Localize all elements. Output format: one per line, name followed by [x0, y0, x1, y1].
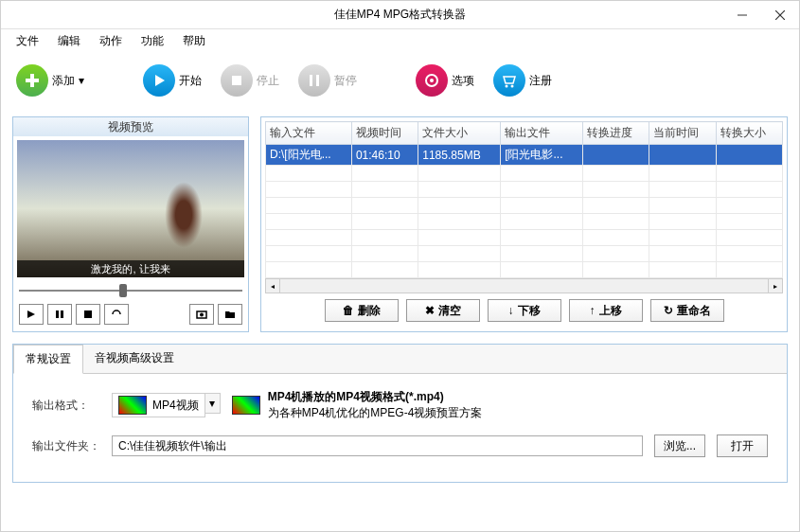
- folder-button[interactable]: [218, 304, 242, 325]
- move-down-button[interactable]: ↓下移: [488, 299, 561, 322]
- svg-point-18: [200, 313, 204, 317]
- titlebar: 佳佳MP4 MPG格式转换器: [1, 1, 799, 29]
- seek-slider[interactable]: [13, 281, 248, 300]
- file-table[interactable]: 输入文件 视频时间 文件大小 输出文件 转换进度 当前时间 转换大小 D:\[阳…: [265, 121, 783, 278]
- col-curtime[interactable]: 当前时间: [649, 122, 716, 145]
- preview-stop-button[interactable]: [76, 304, 100, 325]
- move-up-button[interactable]: ↑上移: [569, 299, 643, 322]
- open-folder-button[interactable]: 打开: [717, 434, 768, 457]
- format-title: MP4机播放的MP4视频格式(*.mp4): [268, 389, 483, 405]
- table-row[interactable]: [266, 246, 783, 262]
- scroll-left-icon[interactable]: ◂: [265, 278, 280, 293]
- table-row[interactable]: [266, 182, 783, 198]
- arrow-down-icon: ↓: [508, 304, 514, 317]
- refresh-icon: ↻: [664, 304, 673, 317]
- pause-icon: [298, 64, 330, 97]
- format-selector[interactable]: MP4视频: [112, 393, 205, 417]
- preview-pause-button[interactable]: [47, 304, 72, 325]
- col-input[interactable]: 输入文件: [266, 122, 352, 145]
- output-folder-input[interactable]: [112, 435, 643, 456]
- format-dropdown-button[interactable]: ▾: [205, 393, 221, 414]
- menu-action[interactable]: 动作: [92, 31, 130, 51]
- svg-marker-13: [27, 310, 35, 318]
- cart-icon: [493, 64, 525, 97]
- add-button[interactable]: 添加 ▾: [12, 61, 88, 100]
- svg-rect-15: [61, 310, 63, 318]
- menu-file[interactable]: 文件: [9, 31, 46, 51]
- svg-rect-4: [26, 79, 39, 82]
- register-label: 注册: [529, 73, 552, 89]
- tab-general[interactable]: 常规设置: [13, 345, 83, 374]
- options-label: 选项: [452, 73, 474, 89]
- trash-icon: 🗑: [343, 304, 354, 317]
- plus-icon: [16, 64, 48, 97]
- horizontal-scrollbar[interactable]: ◂ ▸: [265, 278, 783, 293]
- add-label: 添加: [52, 73, 75, 89]
- svg-point-12: [511, 85, 514, 88]
- preview-play-button[interactable]: [19, 304, 44, 325]
- col-output[interactable]: 输出文件: [501, 122, 583, 145]
- preview-title: 视频预览: [13, 117, 248, 136]
- snapshot-button[interactable]: [189, 304, 214, 325]
- preview-panel: 视频预览 激龙我的, 让我来: [12, 116, 249, 332]
- col-cursize[interactable]: 转换大小: [716, 122, 782, 145]
- video-subtitle: 激龙我的, 让我来: [17, 260, 244, 277]
- options-button[interactable]: 选项: [412, 61, 478, 100]
- register-button[interactable]: 注册: [489, 61, 556, 100]
- rename-button[interactable]: ↻重命名: [650, 299, 724, 322]
- window-title: 佳佳MP4 MPG格式转换器: [334, 7, 466, 23]
- start-button[interactable]: 开始: [139, 61, 205, 100]
- menubar: 文件 编辑 动作 功能 帮助: [1, 29, 799, 52]
- svg-point-10: [430, 79, 434, 82]
- table-row[interactable]: [266, 198, 783, 214]
- format-description: 为各种MP4机优化的MPEG-4视频预置方案: [268, 405, 483, 421]
- scroll-right-icon[interactable]: ▸: [768, 278, 783, 293]
- arrow-up-icon: ↑: [590, 304, 596, 317]
- gear-icon: [416, 64, 448, 97]
- play-icon: [143, 64, 175, 97]
- svg-rect-6: [232, 76, 241, 85]
- svg-rect-8: [316, 75, 319, 86]
- x-icon: ✖: [425, 304, 435, 317]
- tab-advanced[interactable]: 音视频高级设置: [83, 345, 186, 373]
- menu-help[interactable]: 帮助: [175, 31, 213, 51]
- format-value: MP4视频: [152, 398, 199, 414]
- table-row[interactable]: D:\[阳光电... 01:46:10 1185.85MB [阳光电影...: [266, 145, 783, 166]
- svg-marker-5: [155, 75, 165, 86]
- toolbar: 添加 ▾ 开始 停止 暂停 选项 注册: [1, 52, 799, 109]
- clear-button[interactable]: ✖清空: [406, 299, 480, 322]
- svg-rect-14: [56, 310, 59, 318]
- table-row[interactable]: [266, 262, 783, 278]
- menu-edit[interactable]: 编辑: [50, 31, 88, 51]
- file-list-panel: 输入文件 视频时间 文件大小 输出文件 转换进度 当前时间 转换大小 D:\[阳…: [260, 116, 788, 332]
- start-label: 开始: [179, 73, 202, 89]
- video-frame: 激龙我的, 让我来: [17, 140, 244, 277]
- settings-panel: 常规设置 音视频高级设置 输出格式： MP4视频 ▾ MP4机播放的MP4视频格…: [12, 344, 788, 483]
- minimize-button[interactable]: [723, 1, 761, 29]
- svg-point-11: [506, 85, 508, 88]
- preview-loop-button[interactable]: [104, 304, 129, 325]
- col-progress[interactable]: 转换进度: [582, 122, 649, 145]
- stop-button[interactable]: 停止: [217, 61, 283, 100]
- delete-button[interactable]: 🗑删除: [325, 299, 399, 322]
- video-preview[interactable]: 激龙我的, 让我来: [17, 140, 244, 277]
- browse-button[interactable]: 浏览...: [654, 434, 705, 457]
- table-row[interactable]: [266, 214, 783, 230]
- stop-label: 停止: [257, 73, 279, 89]
- svg-rect-7: [310, 75, 312, 86]
- pause-button[interactable]: 暂停: [294, 61, 361, 100]
- dropdown-arrow-icon: ▾: [79, 74, 84, 87]
- format-swatch-icon: [118, 396, 147, 415]
- close-button[interactable]: [761, 1, 799, 29]
- svg-rect-16: [84, 310, 92, 318]
- format-swatch-icon: [232, 396, 260, 415]
- table-row[interactable]: [266, 230, 783, 246]
- menu-function[interactable]: 功能: [133, 31, 171, 51]
- pause-label: 暂停: [334, 73, 357, 89]
- folder-label: 输出文件夹：: [32, 438, 100, 454]
- col-time[interactable]: 视频时间: [351, 122, 418, 145]
- table-row[interactable]: [266, 166, 783, 182]
- stop-icon: [221, 64, 253, 97]
- col-size[interactable]: 文件大小: [418, 122, 501, 145]
- format-label: 输出格式：: [32, 398, 100, 414]
